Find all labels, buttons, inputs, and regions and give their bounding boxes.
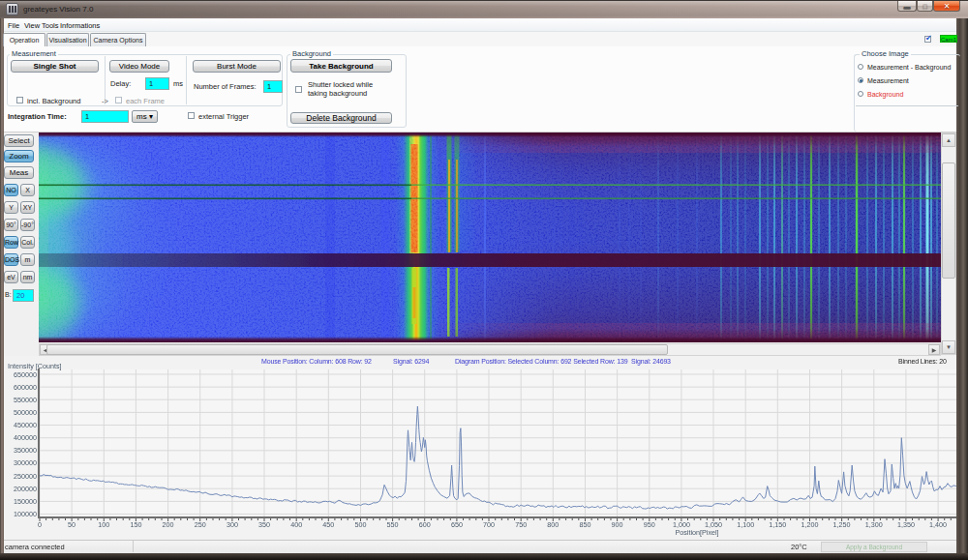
svg-text:950: 950 <box>644 520 655 529</box>
svg-text:650000: 650000 <box>14 370 37 379</box>
svg-text:150: 150 <box>130 520 141 529</box>
svg-text:500000: 500000 <box>14 408 37 417</box>
svg-text:100000: 100000 <box>14 510 37 518</box>
svg-text:1,350: 1,350 <box>897 520 915 529</box>
svg-text:550000: 550000 <box>14 396 37 404</box>
svg-text:Intensity [Counts]: Intensity [Counts] <box>8 362 62 370</box>
svg-text:300000: 300000 <box>14 458 37 467</box>
svg-text:350000: 350000 <box>14 446 37 455</box>
svg-text:1,300: 1,300 <box>865 520 883 529</box>
svg-text:100: 100 <box>98 520 109 529</box>
svg-text:250: 250 <box>195 520 206 529</box>
svg-text:350: 350 <box>258 520 270 529</box>
svg-text:Position[Pixel]: Position[Pixel] <box>675 528 718 537</box>
svg-text:50: 50 <box>68 520 76 529</box>
svg-text:750: 750 <box>515 520 527 529</box>
svg-text:200000: 200000 <box>14 485 37 493</box>
svg-text:1,200: 1,200 <box>802 520 819 529</box>
svg-text:1,100: 1,100 <box>737 520 754 529</box>
svg-text:900: 900 <box>612 520 623 529</box>
svg-text:150000: 150000 <box>14 497 37 506</box>
svg-text:400000: 400000 <box>14 433 37 442</box>
svg-text:600: 600 <box>419 520 431 529</box>
svg-text:400: 400 <box>290 520 302 529</box>
svg-text:1,150: 1,150 <box>769 520 786 529</box>
svg-text:650: 650 <box>451 520 463 529</box>
svg-text:1,250: 1,250 <box>833 520 851 529</box>
svg-text:450000: 450000 <box>14 421 37 429</box>
svg-text:0: 0 <box>38 520 42 529</box>
svg-text:250000: 250000 <box>14 472 37 481</box>
svg-text:500: 500 <box>355 520 367 529</box>
svg-text:550: 550 <box>387 520 399 529</box>
svg-text:600000: 600000 <box>14 383 37 392</box>
svg-text:1,400: 1,400 <box>929 520 947 529</box>
svg-text:800: 800 <box>547 520 559 529</box>
svg-text:450: 450 <box>322 520 334 529</box>
svg-text:200: 200 <box>163 520 174 529</box>
svg-text:850: 850 <box>580 520 591 529</box>
svg-text:300: 300 <box>227 520 238 529</box>
svg-text:700: 700 <box>483 520 495 529</box>
